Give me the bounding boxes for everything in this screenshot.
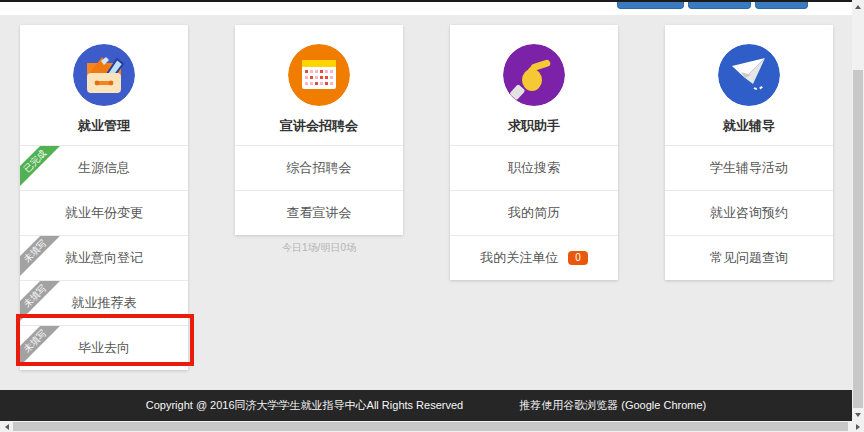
top-button-1[interactable]	[617, 1, 684, 9]
scroll-right-button[interactable]	[851, 421, 864, 432]
triangle-left-icon	[5, 424, 9, 430]
top-edge-line	[0, 0, 864, 2]
menu-item-employment-year-change[interactable]: 就业年份变更	[20, 190, 188, 235]
card-employment-management: 就业管理 已完成 生源信息 就业年份变更 未填写 就业意向登记 未填写 就业推荐…	[20, 25, 188, 370]
triangle-up-icon	[855, 5, 861, 9]
menu-item-label: 查看宣讲会	[287, 204, 352, 222]
ribbon-not-filled: 未填写	[20, 280, 65, 325]
menu-item-label: 就业咨询预约	[710, 204, 788, 222]
menu-item-label: 就业意向登记	[65, 249, 143, 267]
card-job-search-assistant: 求职助手 职位搜索 我的简历 我的关注单位 0	[450, 25, 618, 280]
menu-item-view-info-sessions[interactable]: 查看宣讲会	[235, 190, 403, 235]
menu-item-label: 职位搜索	[508, 159, 560, 177]
card-title: 就业辅导	[723, 117, 775, 135]
card-header-employment-coaching[interactable]: 就业辅导	[665, 25, 833, 145]
menu-item-counseling-appointment[interactable]: 就业咨询预约	[665, 190, 833, 235]
card-job-fairs: 宣讲会招聘会 综合招聘会 查看宣讲会	[235, 25, 403, 235]
vertical-scrollbar-thumb[interactable]	[853, 70, 863, 408]
menu-item-label: 我的关注单位	[480, 249, 558, 267]
pointing-hand-icon	[503, 44, 565, 106]
followed-count-badge: 0	[568, 251, 588, 265]
menu-item-student-coaching-activities[interactable]: 学生辅导活动	[665, 145, 833, 190]
ribbon-not-filled: 未填写	[20, 235, 65, 280]
menu-item-recommendation-form[interactable]: 未填写 就业推荐表	[20, 280, 188, 325]
vertical-scrollbar[interactable]	[852, 0, 864, 421]
top-button-3[interactable]	[755, 1, 808, 9]
browser-tip-text: 推荐使用谷歌浏览器 (Google Chrome)	[519, 398, 706, 413]
menu-item-faq[interactable]: 常见问题查询	[665, 235, 833, 280]
menu-item-my-resume[interactable]: 我的简历	[450, 190, 618, 235]
page: 就业管理 已完成 生源信息 就业年份变更 未填写 就业意向登记 未填写 就业推荐…	[0, 0, 864, 432]
menu-item-label: 生源信息	[78, 159, 130, 177]
copyright-text: Copyright @ 2016同济大学学生就业指导中心All Rights R…	[146, 398, 463, 413]
menu-item-student-source-info[interactable]: 已完成 生源信息	[20, 145, 188, 190]
ribbon-completed: 已完成	[20, 145, 65, 190]
menu-item-label: 学生辅导活动	[710, 159, 788, 177]
menu-item-label: 我的简历	[508, 204, 560, 222]
menu-item-label: 综合招聘会	[287, 159, 352, 177]
triangle-down-icon	[855, 413, 861, 417]
horizontal-scrollbar[interactable]	[0, 421, 864, 432]
menu-item-employment-intention[interactable]: 未填写 就业意向登记	[20, 235, 188, 280]
toolbox-icon	[73, 44, 135, 106]
scroll-left-button[interactable]	[0, 421, 13, 432]
menu-item-label: 就业推荐表	[72, 294, 137, 312]
card-title: 宣讲会招聘会	[280, 117, 358, 135]
horizontal-scrollbar-thumb[interactable]	[13, 422, 848, 431]
card-title: 就业管理	[78, 117, 130, 135]
menu-item-label: 常见问题查询	[710, 249, 788, 267]
menu-item-comprehensive-job-fair[interactable]: 综合招聘会	[235, 145, 403, 190]
sessions-count-note: 今日1场/明日0场	[235, 241, 403, 255]
calendar-icon	[288, 44, 350, 106]
menu-item-graduation-destination[interactable]: 未填写 毕业去向	[20, 325, 188, 370]
menu-item-label: 毕业去向	[78, 339, 130, 357]
card-header-employment-management[interactable]: 就业管理	[20, 25, 188, 145]
menu-item-label: 就业年份变更	[65, 204, 143, 222]
footer: Copyright @ 2016同济大学学生就业指导中心All Rights R…	[0, 390, 852, 421]
scroll-up-button[interactable]	[852, 0, 864, 13]
menu-item-job-search[interactable]: 职位搜索	[450, 145, 618, 190]
paper-plane-icon	[718, 44, 780, 106]
triangle-right-icon	[856, 424, 860, 430]
top-button-2[interactable]	[688, 1, 751, 9]
card-title: 求职助手	[508, 117, 560, 135]
card-header-job-search-assistant[interactable]: 求职助手	[450, 25, 618, 145]
scroll-down-button[interactable]	[852, 408, 864, 421]
card-header-job-fairs[interactable]: 宣讲会招聘会	[235, 25, 403, 145]
card-employment-coaching: 就业辅导 学生辅导活动 就业咨询预约 常见问题查询	[665, 25, 833, 280]
ribbon-not-filled: 未填写	[20, 325, 65, 370]
menu-item-followed-employers[interactable]: 我的关注单位 0	[450, 235, 618, 280]
